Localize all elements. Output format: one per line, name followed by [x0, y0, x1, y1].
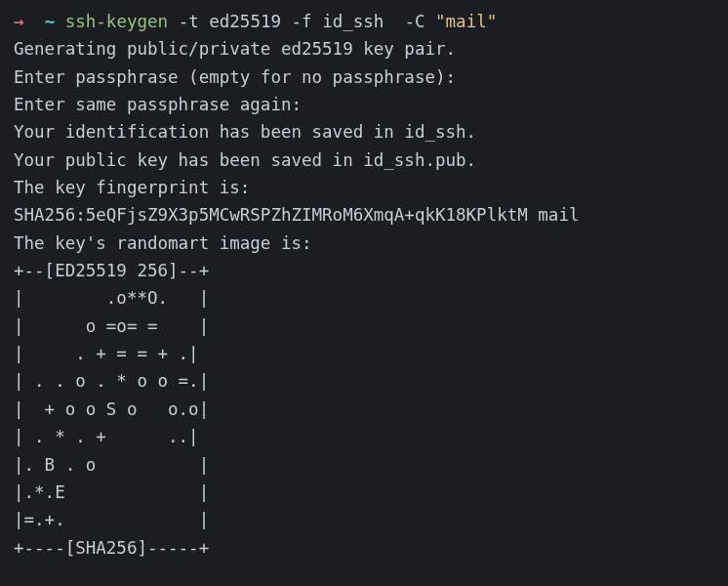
- randomart-line: | + o o S o o.o|: [14, 399, 209, 419]
- output-line: The key's randomart image is:: [14, 233, 312, 253]
- randomart-line: |.*.E |: [14, 482, 209, 502]
- randomart-line: +--[ED25519 256]--+: [14, 261, 209, 280]
- randomart-line: | .o**O. |: [14, 288, 209, 308]
- output-line: Your identification has been saved in id…: [14, 122, 476, 142]
- output-line: Enter same passphrase again:: [14, 95, 302, 114]
- output-line: Enter passphrase (empty for no passphras…: [14, 67, 456, 87]
- output-line: Generating public/private ed25519 key pa…: [14, 39, 456, 59]
- randomart-line: | o =o= = |: [14, 316, 209, 336]
- command-name: ssh-keygen: [65, 12, 168, 31]
- randomart-line: | . . o . * o o =.|: [14, 371, 209, 391]
- randomart-line: | . * . + ..|: [14, 427, 199, 446]
- prompt-arrow-icon: →: [14, 12, 24, 31]
- prompt-cwd: ~: [45, 12, 56, 31]
- terminal-window[interactable]: → ~ ssh-keygen -t ed25519 -f id_ssh -C "…: [14, 8, 714, 562]
- command-string-arg: "mail": [435, 12, 497, 31]
- randomart-line: |. B . o |: [14, 455, 209, 475]
- output-fingerprint: SHA256:5eQFjsZ9X3p5MCwRSPZhZIMRoM6XmqA+q…: [14, 205, 579, 225]
- randomart-line: | . + = = + .|: [14, 344, 199, 363]
- randomart-line: +----[SHA256]-----+: [14, 538, 209, 558]
- randomart-line: |=.+. |: [14, 510, 209, 529]
- output-line: The key fingerprint is:: [14, 178, 250, 197]
- output-line: Your public key has been saved in id_ssh…: [14, 150, 476, 170]
- command-args: -t ed25519 -f id_ssh -C: [179, 12, 425, 31]
